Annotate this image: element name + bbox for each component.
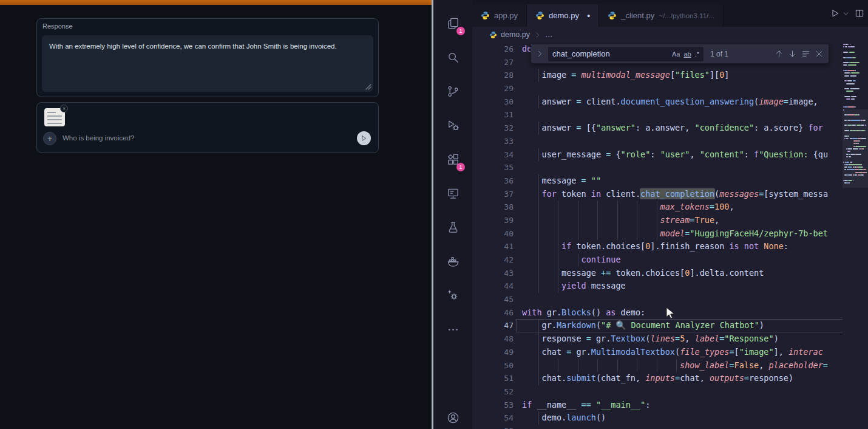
code-line: 31 <box>472 108 868 122</box>
activity-item-testing[interactable] <box>438 210 467 244</box>
tab-app.py[interactable]: app.py <box>472 4 527 27</box>
code-line: 32 answer = [{"answer": a.answer, "confi… <box>472 122 868 135</box>
code-text[interactable]: chat.submit(chat_fn, inputs=chat, output… <box>522 372 793 385</box>
activity-item-run-debug[interactable] <box>438 108 467 142</box>
code-text[interactable]: demo.launch() <box>522 411 606 425</box>
line-number[interactable]: 38 <box>472 201 517 214</box>
activity-item-extensions[interactable]: 1 <box>438 142 467 176</box>
response-label: Response <box>42 22 73 30</box>
line-number[interactable]: 53 <box>472 399 517 412</box>
code-text[interactable]: max_tokens=100, <box>522 201 734 214</box>
activity-item-explorer[interactable]: 1 <box>438 6 467 40</box>
minimap-viewport[interactable] <box>843 109 868 188</box>
breadcrumb-file[interactable]: demo.py <box>501 30 530 39</box>
activity-item-source-control[interactable] <box>438 74 467 108</box>
code-line: 49 chat = gr.MultimodalTextbox(file_type… <box>472 346 868 359</box>
add-attachment-button[interactable]: + <box>43 132 56 145</box>
code-text[interactable]: stream=True, <box>522 214 719 227</box>
line-number[interactable]: 44 <box>472 280 517 293</box>
code-text[interactable]: answer = [{"answer": a.answer, "confiden… <box>522 122 823 135</box>
line-number[interactable]: 52 <box>472 385 517 399</box>
previous-match-button[interactable] <box>775 49 784 58</box>
close-find-button[interactable] <box>815 49 824 58</box>
code-line: 37 for token in client.chat_completion(m… <box>472 188 868 201</box>
code-line: 50 show_label=False, placeholder= <box>472 359 868 372</box>
send-button[interactable] <box>357 131 371 145</box>
activity-item-docker[interactable] <box>438 244 467 278</box>
activity-item-remote-explorer[interactable] <box>438 176 467 210</box>
resize-handle-icon[interactable] <box>365 84 371 90</box>
tab-label: _client.py <box>621 11 654 20</box>
line-number[interactable]: 31 <box>472 108 517 122</box>
activity-item-search[interactable] <box>438 40 467 74</box>
code-text[interactable]: user_message = {"role": "user", "content… <box>522 148 828 162</box>
chat-input[interactable]: Who is being invoiced? <box>63 134 134 142</box>
line-number[interactable]: 49 <box>472 346 517 359</box>
whole-word-toggle[interactable]: ab <box>683 50 691 58</box>
code-line: 43 message += token.choices[0].delta.con… <box>472 267 868 280</box>
line-number[interactable]: 47 <box>472 319 517 332</box>
code-text[interactable]: model="HuggingFaceH4/zephyr-7b-bet <box>522 227 828 241</box>
minimap[interactable] <box>843 43 868 429</box>
line-number[interactable]: 29 <box>472 82 517 95</box>
code-text[interactable]: for token in client.chat_completion(mess… <box>522 188 828 201</box>
regex-toggle[interactable]: .* <box>695 50 699 58</box>
line-number[interactable]: 26 <box>472 43 517 56</box>
code-text[interactable]: if __name__ == "__main__": <box>522 399 650 412</box>
line-number[interactable]: 39 <box>472 214 517 227</box>
code-text[interactable]: gr.Markdown("# 🔍 Document Analyzer Chatb… <box>522 319 764 332</box>
code-text[interactable]: answer = client.document_question_answer… <box>522 95 823 109</box>
line-number[interactable]: 46 <box>472 306 517 320</box>
breadcrumb-symbol[interactable]: … <box>545 30 553 39</box>
run-options-chevron-icon[interactable] <box>843 10 849 17</box>
line-number[interactable]: 55 <box>472 425 517 429</box>
activity-item-more[interactable] <box>438 312 467 346</box>
code-text[interactable]: response = gr.Textbox(lines=5, label="Re… <box>522 332 779 346</box>
code-text[interactable]: with gr.Blocks() as demo: <box>522 306 645 320</box>
line-number[interactable]: 54 <box>472 411 517 425</box>
account-button[interactable] <box>438 400 467 429</box>
tab-label: app.py <box>494 11 518 20</box>
line-number[interactable]: 28 <box>472 69 517 82</box>
line-number[interactable]: 35 <box>472 161 517 174</box>
line-number[interactable]: 48 <box>472 332 517 346</box>
code-text[interactable]: image = multimodal_message["files"][0] <box>522 69 729 82</box>
line-number[interactable]: 36 <box>472 174 517 188</box>
next-match-button[interactable] <box>788 49 797 58</box>
line-number[interactable]: 33 <box>472 135 517 148</box>
activity-item-config-tools[interactable] <box>438 278 467 312</box>
line-number[interactable]: 27 <box>472 56 517 69</box>
find-input[interactable]: chat_completion Aa ab .* <box>548 47 704 61</box>
find-in-selection-button[interactable] <box>801 49 810 58</box>
code-line: 33 <box>472 135 868 148</box>
line-number[interactable]: 43 <box>472 267 517 280</box>
code-text[interactable]: chat = gr.MultimodalTextbox(file_types=[… <box>522 346 823 359</box>
line-number[interactable]: 34 <box>472 148 517 162</box>
run-button[interactable] <box>830 9 840 18</box>
tab-demo.py[interactable]: demo.py● <box>527 4 599 27</box>
screen: Response With an extremely high level of… <box>0 0 868 429</box>
code-text[interactable]: if token.choices[0].finish_reason is not… <box>522 240 788 253</box>
code-line: 41 if token.choices[0].finish_reason is … <box>472 240 868 253</box>
split-editor-button[interactable] <box>855 9 864 18</box>
tab-_client.py[interactable]: _client.py~/.../python3.11/... <box>599 4 723 27</box>
line-number[interactable]: 51 <box>472 372 517 385</box>
line-number[interactable]: 30 <box>472 95 517 109</box>
response-textarea[interactable]: With an extremely high level of confiden… <box>42 35 373 92</box>
badge: 1 <box>456 163 465 171</box>
toggle-replace-button[interactable] <box>536 50 544 58</box>
line-number[interactable]: 37 <box>472 188 517 201</box>
code-text[interactable]: continue <box>522 253 621 267</box>
remove-attachment-button[interactable]: × <box>60 105 68 112</box>
code-text[interactable]: message = "" <box>522 174 601 188</box>
line-number[interactable]: 41 <box>472 240 517 253</box>
python-icon <box>481 11 490 20</box>
line-number[interactable]: 40 <box>472 227 517 241</box>
line-number[interactable]: 42 <box>472 253 517 267</box>
match-case-toggle[interactable]: Aa <box>672 50 680 58</box>
line-number[interactable]: 45 <box>472 293 517 306</box>
line-number[interactable]: 50 <box>472 359 517 372</box>
find-query[interactable]: chat_completion <box>552 49 668 58</box>
code-text[interactable]: show_label=False, placeholder= <box>522 359 828 372</box>
line-number[interactable]: 32 <box>472 122 517 135</box>
